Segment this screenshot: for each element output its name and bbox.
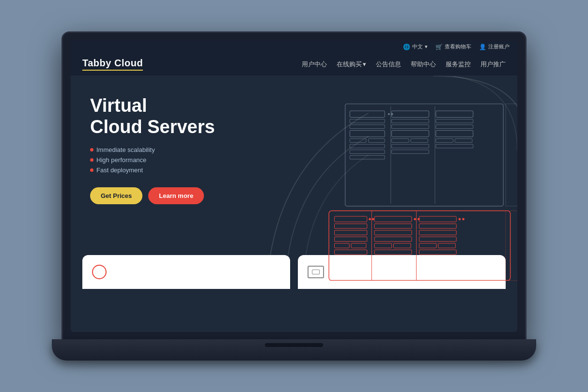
svg-point-47: [418, 218, 420, 220]
svg-rect-43: [374, 243, 392, 248]
svg-rect-34: [335, 243, 350, 248]
hero-features: Immediate scalability High performance F…: [90, 146, 284, 174]
svg-rect-32: [335, 230, 367, 235]
hero-section: VirtualCloud Servers Immediate scalabili…: [71, 76, 517, 289]
svg-rect-40: [374, 224, 412, 228]
svg-rect-26: [436, 144, 473, 148]
svg-rect-20: [436, 111, 473, 117]
svg-rect-49: [419, 224, 456, 228]
language-label: 中文: [412, 43, 423, 50]
svg-rect-7: [350, 144, 385, 148]
nav-dropdown-icon: ▾: [363, 60, 366, 68]
svg-rect-35: [351, 243, 366, 248]
svg-rect-52: [419, 243, 436, 248]
svg-rect-54: [419, 250, 456, 255]
screen: 🌐 中文 ▾ 🛒 查看购物车 👤 注册账户 Tabby Cloud 用户中心: [71, 41, 517, 332]
svg-rect-21: [436, 119, 473, 123]
account-label: 注册账户: [488, 43, 510, 50]
chevron-down-icon: ▾: [425, 44, 428, 50]
svg-rect-42: [374, 237, 412, 241]
feature-deployment: Fast deployment: [90, 166, 284, 174]
svg-point-56: [462, 218, 464, 220]
svg-rect-13: [392, 119, 429, 123]
svg-rect-0: [345, 104, 504, 206]
svg-rect-6: [369, 139, 385, 143]
language-selector[interactable]: 🌐 中文 ▾: [403, 43, 428, 50]
svg-rect-16: [392, 139, 409, 143]
svg-point-55: [459, 218, 461, 220]
account-link[interactable]: 👤 注册账户: [479, 43, 510, 50]
site-logo[interactable]: Tabby Cloud: [82, 58, 143, 71]
svg-rect-31: [335, 224, 367, 228]
nav-links: 用户中心 在线购买 ▾ 公告信息 帮助中心 服务监控 用户推广: [302, 60, 506, 69]
svg-rect-22: [436, 125, 473, 129]
nav-item-help[interactable]: 帮助中心: [411, 60, 436, 69]
svg-rect-36: [335, 250, 367, 255]
navbar: Tabby Cloud 用户中心 在线购买 ▾ 公告信息 帮助中心 服务监控 用…: [71, 53, 517, 76]
svg-rect-48: [419, 216, 456, 222]
svg-rect-9: [350, 155, 385, 159]
svg-rect-5: [350, 139, 366, 143]
svg-rect-23: [436, 130, 473, 136]
svg-rect-15: [392, 130, 429, 136]
svg-rect-25: [455, 139, 472, 143]
bullet-icon-3: [90, 168, 93, 172]
svg-point-10: [388, 113, 390, 115]
card-1: [82, 255, 290, 289]
nav-item-buy[interactable]: 在线购买 ▾: [337, 60, 366, 69]
svg-rect-30: [335, 216, 367, 222]
laptop-base: [52, 339, 536, 361]
cart-icon: 🛒: [435, 44, 443, 50]
card-2-icon: [308, 266, 324, 278]
globe-icon: 🌐: [403, 44, 410, 50]
svg-rect-2: [350, 119, 385, 123]
svg-rect-50: [419, 230, 456, 235]
svg-rect-39: [374, 216, 412, 222]
svg-rect-17: [411, 139, 428, 143]
svg-rect-14: [392, 125, 429, 129]
bottom-cards-peek: [82, 255, 506, 289]
svg-rect-24: [436, 139, 453, 143]
card-1-icon: [92, 265, 107, 279]
cart-link[interactable]: 🛒 查看购物车: [435, 43, 471, 50]
get-prices-button[interactable]: Get Prices: [90, 187, 142, 204]
svg-rect-33: [335, 237, 367, 241]
hero-content: VirtualCloud Servers Immediate scalabili…: [90, 95, 284, 204]
feature-label-1: Immediate scalability: [96, 146, 155, 153]
nav-item-user-center[interactable]: 用户中心: [302, 60, 327, 69]
feature-label-2: High performance: [96, 156, 146, 164]
nav-item-referral[interactable]: 用户推广: [480, 60, 506, 69]
nav-item-announcements[interactable]: 公告信息: [376, 60, 401, 69]
svg-rect-51: [419, 237, 456, 241]
svg-point-46: [414, 218, 416, 220]
user-icon: 👤: [479, 44, 486, 50]
svg-point-37: [369, 218, 371, 220]
svg-rect-41: [374, 230, 412, 235]
svg-rect-12: [392, 111, 429, 117]
bullet-icon: [90, 148, 93, 151]
svg-rect-3: [350, 125, 385, 129]
laptop-mockup: 🌐 中文 ▾ 🛒 查看购物车 👤 注册账户 Tabby Cloud 用户中心: [52, 31, 536, 361]
svg-rect-60: [506, 211, 517, 281]
svg-point-11: [391, 113, 393, 115]
svg-rect-44: [394, 243, 411, 248]
svg-rect-45: [374, 250, 412, 255]
card-2-icon-inner: [312, 270, 320, 274]
hero-buttons: Get Prices Learn more: [90, 187, 284, 204]
top-bar: 🌐 中文 ▾ 🛒 查看购物车 👤 注册账户: [71, 41, 517, 53]
cart-label: 查看购物车: [445, 43, 471, 50]
svg-rect-8: [350, 150, 385, 154]
laptop-body: 🌐 中文 ▾ 🛒 查看购物车 👤 注册账户 Tabby Cloud 用户中心: [62, 31, 526, 341]
card-2: [298, 255, 506, 289]
bullet-icon-2: [90, 158, 93, 162]
feature-scalability: Immediate scalability: [90, 146, 284, 153]
feature-performance: High performance: [90, 156, 284, 164]
svg-rect-59: [506, 104, 517, 206]
hero-title: VirtualCloud Servers: [90, 95, 284, 137]
svg-point-38: [372, 218, 374, 220]
svg-rect-18: [392, 144, 429, 148]
svg-rect-53: [438, 243, 456, 248]
learn-more-button[interactable]: Learn more: [148, 187, 204, 204]
nav-item-monitoring[interactable]: 服务监控: [446, 60, 471, 69]
feature-label-3: Fast deployment: [96, 166, 143, 174]
